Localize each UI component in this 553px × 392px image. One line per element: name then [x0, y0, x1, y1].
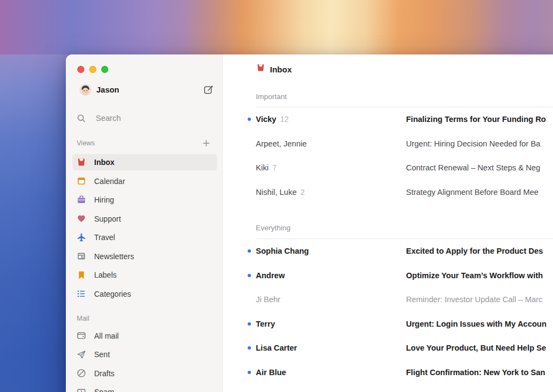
sidebar-item-support[interactable]: Support [72, 211, 217, 227]
thread-count: 2 [300, 188, 305, 197]
email-row[interactable]: Air Blue Flight Confirmation: New York t… [248, 360, 553, 385]
main-header: Inbox [256, 63, 553, 76]
compose-pencil-icon [203, 84, 214, 95]
sidebar-item-labels[interactable]: Labels [72, 267, 217, 283]
sidebar-item-newsletters[interactable]: Newsletters [72, 248, 217, 265]
minimize-button[interactable] [89, 66, 96, 73]
sidebar-item-label: Hiring [94, 195, 114, 204]
email-subject: Urgent: Login Issues with My Accoun [406, 320, 546, 328]
email-subject: Urgent: Hiring Decision Needed for Ba [406, 139, 540, 148]
sender-name: Nishil, Luke [256, 188, 297, 197]
section-important: Important Vicky12 Finalizing Terms for Y… [256, 92, 553, 204]
add-view-button[interactable] [201, 138, 211, 148]
wallpaper-top [0, 0, 553, 55]
search-input[interactable]: Search [76, 112, 214, 125]
profile-row: Jason [79, 84, 214, 96]
bookmark-icon [76, 270, 87, 280]
newspaper-icon [76, 251, 87, 262]
unread-dot [248, 118, 251, 121]
sidebar-item-label: Drafts [94, 369, 114, 378]
sidebar-item-hiring[interactable]: Hiring [72, 192, 217, 208]
unread-dot [248, 274, 251, 277]
page-title: Inbox [270, 65, 292, 74]
sidebar-item-sent[interactable]: Sent [72, 346, 217, 363]
unread-dot [248, 322, 251, 326]
thread-count: 7 [272, 163, 276, 172]
email-row[interactable]: Vicky12 Finalizing Terms for Your Fundin… [248, 107, 553, 132]
email-subject: Finalizing Terms for Your Funding Ro [406, 115, 546, 124]
sidebar-item-label: Support [94, 215, 121, 223]
airplane-icon [76, 232, 87, 243]
search-label: Search [96, 114, 121, 122]
email-subject: Contract Renewal – Next Steps & Neg [406, 163, 540, 172]
thread-count: 12 [280, 115, 289, 124]
sidebar-item-label: Labels [94, 271, 116, 279]
avatar[interactable] [79, 84, 91, 96]
sender-name: Andrew [256, 271, 285, 280]
section-header: Everything [256, 223, 553, 233]
unread-dot [248, 371, 251, 374]
sender-name: Vicky [256, 115, 276, 124]
compose-button[interactable] [202, 84, 214, 96]
email-row[interactable]: Johnny Appleby The Power of ‘No’: Saying… [248, 384, 553, 392]
sender-name: Ji Behr [256, 295, 280, 304]
sidebar-item-calendar[interactable]: Calendar [72, 173, 217, 189]
paper-plane-icon [76, 349, 87, 360]
email-row[interactable]: Lisa Carter Love Your Product, But Need … [248, 336, 553, 360]
mail-tray-icon [76, 330, 87, 341]
sidebar-item-label: All mail [94, 332, 119, 340]
views-section-header: Views [77, 138, 211, 148]
email-row[interactable]: Nishil, Luke2 Strategy Alignment Before … [248, 180, 553, 205]
pencil-circle-icon [76, 368, 87, 379]
inbox-icon [76, 157, 87, 168]
list-bullets-icon [76, 289, 87, 299]
window-controls [77, 65, 222, 73]
unread-dot [248, 249, 251, 253]
sidebar-item-inbox[interactable]: Inbox [72, 154, 217, 170]
email-list-pane: Inbox Important Vicky12 Finalizing Terms… [223, 54, 553, 392]
sidebar-item-spam[interactable]: Spam [72, 384, 217, 392]
email-subject: Love Your Product, But Need Help Se [406, 344, 546, 352]
sidebar-item-label: Newsletters [94, 252, 134, 261]
heart-icon [76, 213, 87, 224]
sender-name: Lisa Carter [256, 344, 297, 352]
sidebar-item-label: Sent [94, 350, 110, 359]
views-list: Inbox Calendar [72, 154, 217, 302]
email-row[interactable]: Andrew Optimize Your Team’s Workflow wit… [248, 264, 553, 288]
desktop: Jason Search [0, 0, 553, 392]
mail-section-header: Mail [77, 314, 211, 323]
email-row[interactable]: Terry Urgent: Login Issues with My Accou… [248, 312, 553, 336]
sidebar-item-label: Inbox [94, 158, 114, 167]
sidebar-item-travel[interactable]: Travel [72, 229, 217, 246]
briefcase-icon [76, 194, 87, 205]
section-header: Important [256, 92, 553, 102]
sender-name: Sophia Chang [256, 247, 309, 255]
sidebar-item-all-mail[interactable]: All mail [72, 328, 217, 344]
user-name: Jason [96, 85, 119, 94]
mail-list: All mail Sent [72, 328, 217, 392]
email-row[interactable]: Sophia Chang Excited to Apply for the Pr… [248, 239, 553, 264]
unread-dot [248, 346, 251, 350]
email-row[interactable]: Arpeet, Jennie Urgent: Hiring Decision N… [248, 132, 553, 156]
section-everything: Everything Sophia Chang Excited to Apply… [256, 223, 553, 392]
email-row[interactable]: Ji Behr Reminder: Investor Update Call –… [248, 287, 553, 312]
mail-app-window: Jason Search [66, 54, 553, 392]
email-subject: Flight Confirmation: New York to San [406, 368, 545, 377]
sender-name: Air Blue [256, 368, 286, 377]
email-subject: Strategy Alignment Before Board Mee [406, 188, 538, 197]
sidebar-item-label: Spam [94, 388, 114, 392]
sidebar-item-label: Travel [94, 233, 115, 242]
mail-section-label: Mail [77, 315, 89, 322]
sender-name: Kiki [256, 163, 268, 172]
email-row[interactable]: Kiki7 Contract Renewal – Next Steps & Ne… [248, 156, 553, 180]
email-subject: Reminder: Investor Update Call – Marc [406, 295, 543, 304]
inbox-header-icon [256, 63, 266, 75]
sidebar: Jason Search [66, 54, 223, 392]
zoom-button[interactable] [101, 66, 108, 73]
sidebar-item-label: Calendar [94, 177, 125, 186]
close-button[interactable] [77, 66, 84, 73]
email-subject: Optimize Your Team’s Workflow with [406, 271, 543, 280]
sidebar-item-drafts[interactable]: Drafts [72, 365, 217, 382]
sidebar-item-categories[interactable]: Categories [72, 286, 217, 302]
sender-name: Terry [256, 320, 275, 328]
